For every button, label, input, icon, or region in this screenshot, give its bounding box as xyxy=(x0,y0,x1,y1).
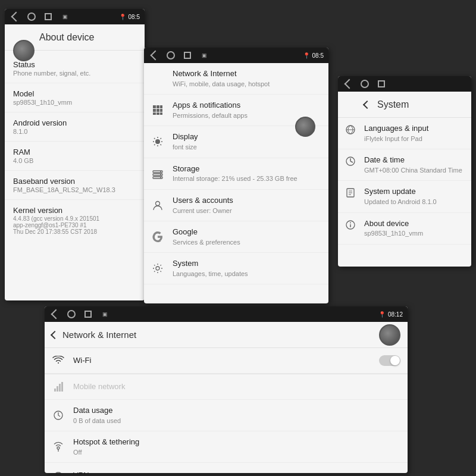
settings-item-users[interactable]: Users & accounts Current user: Owner xyxy=(144,190,328,221)
wifi-label: Wi-Fi xyxy=(73,356,91,366)
panel-network: ▣ 📍 08:12 Network & Internet xyxy=(45,306,408,473)
statusbar-nav xyxy=(343,79,387,89)
about-item-ram[interactable]: RAM 4.0 GB xyxy=(5,143,145,169)
svg-line-14 xyxy=(154,138,155,139)
statusbar-nav: ▣ xyxy=(49,309,110,320)
settings-item-storage[interactable]: Storage Internal storage: 21% used - 25.… xyxy=(144,158,328,190)
network-list: Wi-Fi Mobile network xyxy=(45,348,408,473)
svg-point-21 xyxy=(160,171,161,172)
recents-icon[interactable] xyxy=(376,79,387,89)
about-item-subtitle: 4.0 GB xyxy=(13,157,136,164)
statusbar-nav: ▣ xyxy=(149,50,209,61)
mobile-signal-icon xyxy=(52,380,65,393)
svg-line-29 xyxy=(350,161,353,162)
data-usage-icon xyxy=(52,409,65,422)
system-item-update[interactable]: System update Updated to Android 8.1.0 xyxy=(338,181,471,212)
item-subtitle: sp9853l_1h10_vmm xyxy=(364,229,464,237)
network-item-hotspot[interactable]: Hotspot & tethering Off xyxy=(45,431,408,463)
recents-icon[interactable] xyxy=(182,50,193,61)
network-item-vpn[interactable]: VPN xyxy=(45,463,408,473)
item-subtitle: GMT+08:00 China Standard Time xyxy=(364,166,464,174)
home-icon[interactable] xyxy=(359,79,370,89)
back-icon[interactable] xyxy=(49,309,60,320)
panel-network-statusbar: ▣ 📍 08:12 xyxy=(45,306,408,322)
statusbar-right: 📍 08:5 xyxy=(119,14,140,20)
item-subtitle: font size xyxy=(173,143,321,151)
system-item-about[interactable]: About device sp9853l_1h10_vmm xyxy=(338,213,471,245)
mobile-label: Mobile network xyxy=(73,382,125,392)
item-title: About device xyxy=(364,219,464,229)
system-item-datetime[interactable]: Date & time GMT+08:00 China Standard Tim… xyxy=(338,149,471,181)
users-icon xyxy=(151,199,164,212)
recents-icon[interactable] xyxy=(43,11,54,22)
svg-rect-0 xyxy=(153,105,156,108)
svg-rect-8 xyxy=(160,112,162,115)
system-list: Languages & input iFlytek Input for Pad … xyxy=(338,118,471,245)
item-title: Hotspot & tethering xyxy=(73,437,400,447)
item-subtitle: Internal storage: 21% used - 25.33 GB fr… xyxy=(173,174,321,183)
about-item-model[interactable]: Model sp9853l_1h10_vmm xyxy=(5,84,145,111)
system-item-languages[interactable]: Languages & input iFlytek Input for Pad xyxy=(338,118,471,149)
back-icon[interactable] xyxy=(10,11,20,22)
item-subtitle: 0 B of data used xyxy=(73,416,400,425)
about-item-title: Model xyxy=(13,89,136,98)
screenshot-icon[interactable]: ▣ xyxy=(60,11,70,22)
page-title: System xyxy=(377,99,409,110)
back-icon[interactable] xyxy=(149,50,159,61)
network-item-wifi[interactable]: Wi-Fi xyxy=(45,348,408,374)
settings-network-header[interactable]: Network & Internet WiFi, mobile, data us… xyxy=(144,63,328,95)
about-icon xyxy=(345,220,357,231)
avatar xyxy=(379,324,400,346)
item-subtitle: iFlytek Input for Pad xyxy=(364,134,464,143)
svg-line-15 xyxy=(161,145,162,146)
network-item-data[interactable]: Data usage 0 B of data used xyxy=(45,400,408,431)
item-subtitle: Languages, time, updates xyxy=(173,270,321,278)
home-icon[interactable] xyxy=(165,50,176,61)
toolbar-system: System xyxy=(338,92,471,118)
svg-rect-37 xyxy=(54,389,56,392)
settings-subtitle: WiFi, mobile, data usage, hotspot xyxy=(173,80,321,88)
display-icon xyxy=(151,135,164,148)
recents-icon[interactable] xyxy=(83,309,93,320)
item-title: Data usage xyxy=(73,406,400,416)
screenshot-icon[interactable]: ▣ xyxy=(199,50,209,61)
svg-line-17 xyxy=(154,145,155,146)
item-title: Google xyxy=(173,227,321,237)
svg-point-23 xyxy=(160,177,161,178)
statusbar-nav: ▣ xyxy=(10,11,70,22)
vpn-icon xyxy=(52,469,65,473)
update-icon xyxy=(345,187,357,199)
panel-settings-statusbar: ▣ 📍 08:5 xyxy=(144,48,328,63)
item-subtitle: Off xyxy=(73,448,400,456)
svg-rect-1 xyxy=(156,105,159,108)
home-icon[interactable] xyxy=(26,11,37,22)
toolbar-network: Network & Internet xyxy=(45,322,408,348)
about-item-title: RAM xyxy=(13,148,136,156)
about-item-kernel[interactable]: Kernel version 4.4.83 (gcc version 4.9.x… xyxy=(5,201,145,240)
about-item-android[interactable]: Android version 8.1.0 xyxy=(5,114,145,140)
about-item-subtitle: FM_BASE_18A_RLS2_MC_W18.3 xyxy=(13,186,136,193)
about-item-baseband[interactable]: Baseband version FM_BASE_18A_RLS2_MC_W18… xyxy=(5,172,145,198)
wifi-toggle[interactable] xyxy=(379,355,400,366)
vpn-label: VPN xyxy=(73,471,89,473)
item-subtitle: Services & preferences xyxy=(173,238,321,246)
svg-rect-3 xyxy=(153,109,156,112)
screenshot-icon[interactable]: ▣ xyxy=(99,309,110,320)
svg-rect-2 xyxy=(160,105,162,108)
svg-point-36 xyxy=(350,222,351,223)
wifi-icon xyxy=(52,354,65,367)
svg-point-44 xyxy=(55,472,62,473)
about-item-title: Baseband version xyxy=(13,177,136,186)
settings-item-system[interactable]: System Languages, time, updates xyxy=(144,253,328,284)
settings-item-google[interactable]: Google Services & preferences xyxy=(144,221,328,253)
about-item-title: Status xyxy=(13,60,136,69)
svg-point-25 xyxy=(156,267,159,270)
back-icon[interactable] xyxy=(343,79,353,89)
network-item-mobile[interactable]: Mobile network xyxy=(45,374,408,400)
item-title: System update xyxy=(364,187,464,197)
item-title: Storage xyxy=(173,164,321,174)
panel-system-statusbar xyxy=(338,76,471,92)
home-icon[interactable] xyxy=(66,309,77,320)
svg-point-9 xyxy=(155,139,160,144)
panel-system: System Languages & input iFlytek Input f… xyxy=(338,76,471,267)
